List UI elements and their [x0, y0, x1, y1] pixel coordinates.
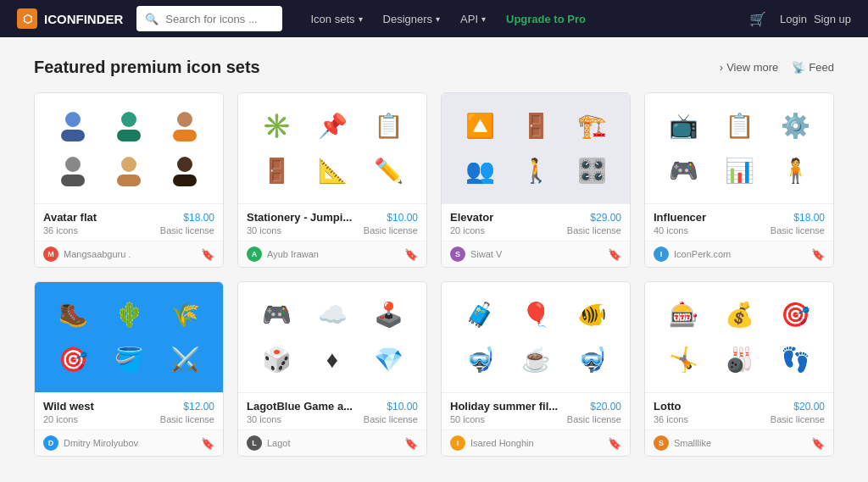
card-title: Avatar flat [43, 211, 97, 224]
svg-point-10 [177, 157, 192, 172]
upgrade-button[interactable]: Upgrade to Pro [498, 9, 594, 29]
card-license: Basic license [567, 225, 621, 235]
svg-point-6 [65, 157, 81, 172]
author-name: Isared Honghin [470, 438, 534, 448]
card-price: $10.00 [387, 401, 418, 413]
bookmark-icon[interactable]: 🔖 [608, 437, 621, 450]
svg-rect-5 [173, 130, 197, 141]
avatar: S [450, 247, 465, 262]
preview-icon: ⚙️ [767, 103, 823, 148]
bookmark-icon[interactable]: 🔖 [404, 437, 418, 450]
section-actions: › View more 📡 Feed [720, 61, 834, 74]
preview-icon: 💎 [360, 337, 416, 382]
auth-links: Login Sign up [780, 13, 851, 25]
preview-icon: 🪣 [101, 337, 157, 382]
svg-rect-9 [117, 175, 141, 186]
card-count: 40 icons [654, 225, 688, 235]
preview-icon: ♦️ [304, 337, 360, 382]
avatar: A [247, 247, 262, 262]
search-input[interactable] [165, 13, 273, 25]
preview-icon [157, 103, 213, 148]
avatar: S [654, 435, 669, 451]
card-author-row: S Siwat V 🔖 [442, 241, 630, 267]
signup-link[interactable]: Sign up [814, 13, 851, 25]
icon-set-card-wild-west[interactable]: 🥾🌵🌾🎯🪣⚔️ Wild west $12.00 20 icons Basic … [34, 281, 224, 457]
card-price: $20.00 [590, 401, 621, 413]
card-author-row: I IconPerk.com 🔖 [645, 241, 833, 267]
icon-set-card-stationery[interactable]: ✳️📌📋🚪📐✏️ Stationery - Jumpi... $10.00 30… [237, 92, 427, 268]
preview-icon: 🎯 [767, 292, 823, 337]
card-author-row: A Ayub Irawan 🔖 [238, 241, 426, 267]
feed-link[interactable]: 📡 Feed [792, 61, 834, 74]
icon-set-card-avatar-flat[interactable]: Avatar flat $18.00 36 icons Basic licens… [34, 92, 224, 268]
icon-set-card-influencer[interactable]: 📺📋⚙️🎮📊🧍 Influencer $18.00 40 icons Basic… [644, 92, 834, 268]
icon-set-card-lotto[interactable]: 🎰💰🎯🤸🎳👣 Lotto $20.00 36 icons Basic licen… [644, 281, 834, 457]
preview-icon: ☕ [508, 337, 564, 382]
card-price: $18.00 [793, 212, 825, 224]
author-info: S Siwat V [450, 247, 502, 262]
header: ⬡ ICONFINDER 🔍 Icon sets ▾ Designers ▾ A… [0, 0, 868, 37]
logo[interactable]: ⬡ ICONFINDER [17, 8, 123, 29]
rss-icon: 📡 [792, 61, 805, 74]
svg-point-8 [121, 157, 136, 172]
card-title: Lotto [654, 400, 681, 413]
bookmark-icon[interactable]: 🔖 [201, 248, 214, 261]
icon-set-card-elevator[interactable]: 🔼🚪🏗️👥🚶🎛️ Elevator $29.00 20 icons Basic … [441, 92, 631, 268]
icon-sets-grid: Avatar flat $18.00 36 icons Basic licens… [34, 92, 834, 457]
author-name: Dmitry Mirolyubov [64, 438, 138, 448]
svg-rect-11 [173, 175, 197, 186]
view-more-link[interactable]: › View more [720, 61, 779, 74]
search-bar: 🔍 [136, 6, 281, 31]
author-info: M Mangsaabguru . [43, 247, 131, 262]
card-license: Basic license [364, 414, 418, 424]
preview-icon: 🧳 [452, 292, 508, 337]
bookmark-icon[interactable]: 🔖 [811, 437, 825, 450]
author-name: Smalllike [674, 438, 711, 448]
svg-rect-3 [117, 130, 141, 141]
svg-point-2 [121, 112, 136, 127]
preview-icon: 📋 [711, 103, 767, 148]
preview-icon: 🎲 [248, 337, 304, 382]
bookmark-icon[interactable]: 🔖 [811, 248, 825, 261]
nav-icon-sets[interactable]: Icon sets ▾ [303, 9, 371, 29]
card-price: $20.00 [793, 401, 825, 413]
nav-designers[interactable]: Designers ▾ [375, 9, 449, 29]
icon-set-card-lagotblue[interactable]: 🎮☁️🕹️🎲♦️💎 LagotBlue Game a... $10.00 30 … [237, 281, 427, 457]
preview-icon: ✳️ [248, 103, 304, 148]
chevron-down-icon: ▾ [359, 14, 363, 24]
bookmark-icon[interactable]: 🔖 [608, 248, 621, 261]
preview-icon: 🥾 [45, 292, 101, 337]
preview-icon: 📐 [304, 148, 360, 193]
nav-api[interactable]: API ▾ [452, 9, 494, 29]
section-title: Featured premium icon sets [34, 58, 260, 77]
preview-icon: 🎯 [45, 337, 101, 382]
preview-icon: 🧍 [767, 148, 823, 193]
card-title: Stationery - Jumpi... [247, 211, 352, 224]
bookmark-icon[interactable]: 🔖 [404, 248, 418, 261]
card-license: Basic license [771, 225, 825, 235]
card-title: LagotBlue Game a... [247, 400, 353, 413]
preview-icon [45, 148, 101, 193]
card-license: Basic license [364, 225, 418, 235]
card-preview-avatar-flat [35, 93, 223, 203]
preview-icon: 👣 [767, 337, 823, 382]
avatar: I [450, 435, 465, 451]
preview-icon: 💰 [711, 292, 767, 337]
author-info: S Smalllike [654, 435, 711, 451]
card-preview-lagotblue: 🎮☁️🕹️🎲♦️💎 [238, 282, 426, 392]
card-price: $29.00 [590, 212, 621, 224]
card-info: Wild west $12.00 20 icons Basic license [35, 392, 223, 429]
login-link[interactable]: Login [780, 13, 807, 25]
cart-icon[interactable]: 🛒 [749, 11, 766, 27]
icon-set-card-holiday-summer[interactable]: 🧳🎈🐠🤿☕🤿 Holiday summer fil... $20.00 50 i… [441, 281, 631, 457]
preview-icon [101, 103, 157, 148]
card-license: Basic license [567, 414, 621, 424]
preview-icon: 🚪 [248, 148, 304, 193]
preview-icon: ✏️ [360, 148, 416, 193]
preview-icon: 🤿 [452, 337, 508, 382]
bookmark-icon[interactable]: 🔖 [201, 437, 214, 450]
section-header: Featured premium icon sets › View more 📡… [34, 58, 834, 77]
card-license: Basic license [771, 414, 825, 424]
card-title: Elevator [450, 211, 493, 224]
preview-icon [45, 103, 101, 148]
